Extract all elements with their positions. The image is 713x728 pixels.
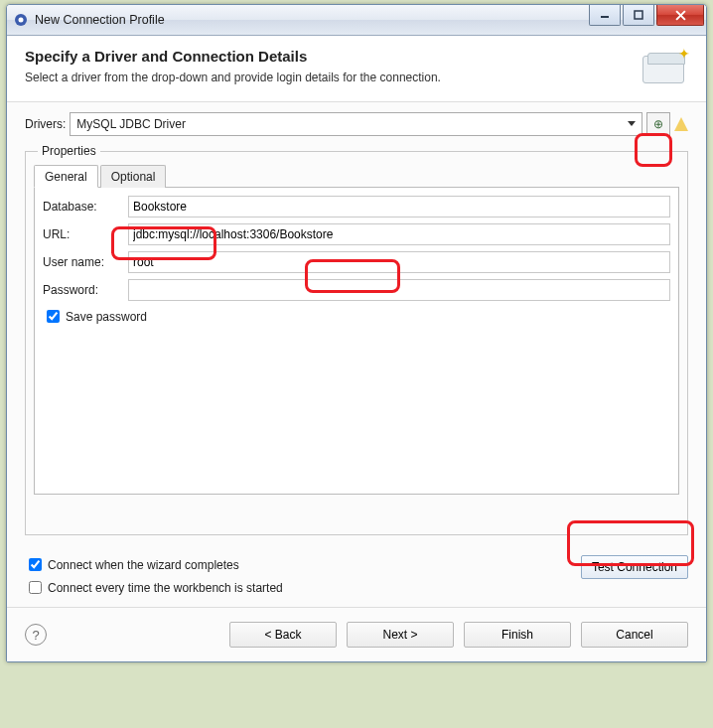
page-title: Specify a Driver and Connection Details: [25, 48, 631, 65]
drivers-label: Drivers:: [25, 117, 66, 131]
window-buttons: [589, 5, 706, 25]
connect-on-start-label: Connect every time the workbench is star…: [48, 581, 283, 595]
password-input[interactable]: [128, 279, 670, 301]
password-label: Password:: [43, 283, 128, 297]
username-row: User name:: [43, 251, 670, 273]
tab-general[interactable]: General: [34, 165, 98, 188]
database-input[interactable]: [128, 196, 670, 218]
url-row: URL:: [43, 223, 670, 245]
maximize-button[interactable]: [623, 5, 654, 26]
connect-on-finish-row: Connect when the wizard completes: [25, 555, 581, 574]
header-panel: Specify a Driver and Connection Details …: [7, 36, 706, 102]
back-button[interactable]: < Back: [229, 622, 337, 648]
connect-on-finish-checkbox[interactable]: [29, 558, 42, 571]
wizard-icon: ✦: [641, 48, 688, 87]
tab-body-general: Database: URL: User name: Password:: [34, 188, 679, 495]
tab-optional[interactable]: Optional: [100, 165, 167, 188]
drivers-dropdown[interactable]: MySQL JDBC Driver: [70, 112, 642, 136]
database-label: Database:: [43, 200, 128, 214]
page-description: Select a driver from the drop-down and p…: [25, 71, 631, 84]
finish-button[interactable]: Finish: [464, 622, 571, 648]
test-connection-button[interactable]: Test Connection: [581, 555, 688, 579]
drivers-row: Drivers: MySQL JDBC Driver ⊕: [25, 112, 688, 136]
help-icon[interactable]: ?: [25, 624, 47, 646]
next-button[interactable]: Next >: [347, 622, 454, 648]
tabs: General Optional: [34, 164, 679, 188]
new-driver-icon: ⊕: [653, 117, 663, 131]
save-password-checkbox[interactable]: [47, 310, 60, 323]
new-driver-button[interactable]: ⊕: [646, 112, 670, 136]
properties-group: Properties General Optional Database: UR…: [25, 144, 688, 535]
drivers-selected: MySQL JDBC Driver: [76, 117, 186, 131]
username-input[interactable]: [128, 251, 670, 273]
content: Drivers: MySQL JDBC Driver ⊕ Properties …: [7, 102, 706, 607]
save-password-row: Save password: [43, 307, 670, 326]
footer: ? < Back Next > Finish Cancel: [7, 607, 706, 661]
app-icon: [13, 12, 29, 28]
url-input[interactable]: [128, 223, 670, 245]
dialog-window: New Connection Profile Specify a Driver …: [6, 4, 707, 662]
dialog-body: Specify a Driver and Connection Details …: [7, 36, 706, 661]
minimize-button[interactable]: [589, 5, 621, 26]
url-label: URL:: [43, 227, 128, 241]
connect-on-start-row: Connect every time the workbench is star…: [25, 578, 581, 597]
save-password-label: Save password: [66, 310, 147, 324]
cancel-button[interactable]: Cancel: [581, 622, 688, 648]
window-title: New Connection Profile: [35, 13, 589, 27]
bottom-options: Connect when the wizard completes Connec…: [25, 555, 688, 601]
svg-point-1: [19, 18, 24, 23]
titlebar: New Connection Profile: [7, 5, 706, 36]
connect-on-start-checkbox[interactable]: [29, 581, 42, 594]
properties-legend: Properties: [38, 144, 100, 158]
connect-on-finish-label: Connect when the wizard completes: [48, 558, 239, 572]
warning-icon: [674, 117, 688, 131]
svg-rect-3: [635, 11, 642, 19]
username-label: User name:: [43, 255, 128, 269]
password-row: Password:: [43, 279, 670, 301]
close-button[interactable]: [656, 5, 704, 26]
database-row: Database:: [43, 196, 670, 218]
